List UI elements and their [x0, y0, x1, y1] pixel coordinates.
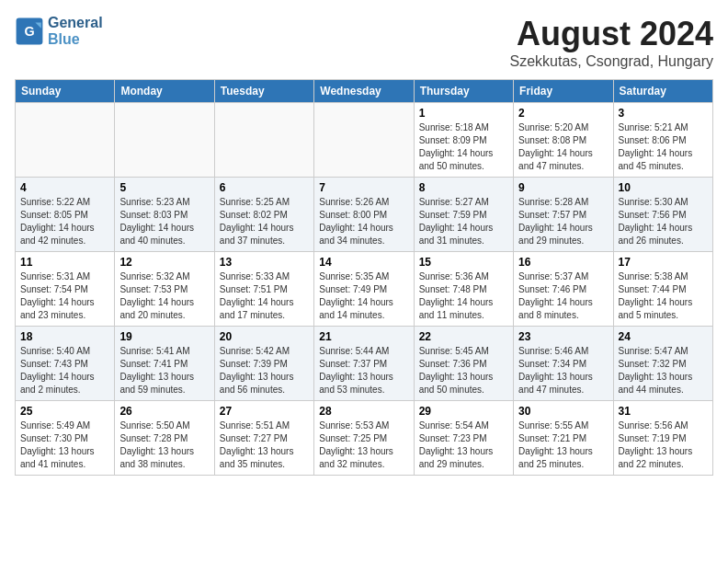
day-number: 9 — [518, 181, 608, 194]
day-info: Sunrise: 5:46 AM Sunset: 7:34 PM Dayligh… — [518, 345, 608, 396]
day-info: Sunrise: 5:31 AM Sunset: 7:54 PM Dayligh… — [20, 270, 109, 322]
day-number: 16 — [518, 256, 608, 269]
title-area: August 2024 Szekkutas, Csongrad, Hungary — [510, 15, 713, 70]
calendar-cell: 28Sunrise: 5:53 AM Sunset: 7:25 PM Dayli… — [314, 401, 414, 476]
day-info: Sunrise: 5:27 AM Sunset: 7:59 PM Dayligh… — [419, 196, 508, 247]
day-number: 18 — [20, 330, 109, 343]
day-header-wednesday: Wednesday — [314, 80, 414, 103]
day-number: 7 — [319, 181, 408, 194]
day-info: Sunrise: 5:21 AM Sunset: 8:06 PM Dayligh… — [619, 121, 708, 173]
day-info: Sunrise: 5:54 AM Sunset: 7:23 PM Dayligh… — [419, 419, 508, 471]
day-info: Sunrise: 5:45 AM Sunset: 7:36 PM Dayligh… — [419, 345, 508, 396]
day-info: Sunrise: 5:20 AM Sunset: 8:08 PM Dayligh… — [518, 121, 608, 173]
calendar-cell — [16, 103, 115, 178]
day-number: 22 — [419, 330, 508, 343]
day-number: 20 — [220, 330, 309, 343]
day-number: 28 — [319, 405, 408, 418]
calendar-cell: 9Sunrise: 5:28 AM Sunset: 7:57 PM Daylig… — [514, 178, 613, 252]
day-info: Sunrise: 5:23 AM Sunset: 8:03 PM Dayligh… — [119, 196, 209, 247]
calendar-cell: 15Sunrise: 5:36 AM Sunset: 7:48 PM Dayli… — [414, 252, 513, 327]
day-info: Sunrise: 5:35 AM Sunset: 7:49 PM Dayligh… — [319, 270, 408, 322]
day-info: Sunrise: 5:50 AM Sunset: 7:28 PM Dayligh… — [119, 419, 209, 471]
day-info: Sunrise: 5:42 AM Sunset: 7:39 PM Dayligh… — [220, 345, 309, 396]
day-number: 13 — [220, 256, 309, 269]
day-number: 1 — [419, 107, 508, 120]
day-info: Sunrise: 5:44 AM Sunset: 7:37 PM Dayligh… — [319, 345, 408, 396]
calendar-cell: 11Sunrise: 5:31 AM Sunset: 7:54 PM Dayli… — [16, 252, 115, 327]
calendar-cell: 23Sunrise: 5:46 AM Sunset: 7:34 PM Dayli… — [514, 327, 613, 401]
calendar-cell: 8Sunrise: 5:27 AM Sunset: 7:59 PM Daylig… — [414, 178, 513, 252]
logo-icon: G — [15, 17, 44, 46]
day-number: 6 — [220, 181, 309, 194]
day-number: 14 — [319, 256, 408, 269]
day-number: 2 — [518, 107, 608, 120]
day-info: Sunrise: 5:56 AM Sunset: 7:19 PM Dayligh… — [619, 419, 708, 471]
day-number: 21 — [319, 330, 408, 343]
day-info: Sunrise: 5:51 AM Sunset: 7:27 PM Dayligh… — [220, 419, 309, 471]
calendar-cell: 27Sunrise: 5:51 AM Sunset: 7:27 PM Dayli… — [214, 401, 313, 476]
calendar-cell: 16Sunrise: 5:37 AM Sunset: 7:46 PM Dayli… — [514, 252, 613, 327]
day-number: 31 — [619, 405, 708, 418]
page-header: G General Blue August 2024 Szekkutas, Cs… — [15, 15, 713, 70]
day-info: Sunrise: 5:47 AM Sunset: 7:32 PM Dayligh… — [619, 345, 708, 396]
day-number: 5 — [119, 181, 209, 194]
logo-text-blue: Blue — [48, 31, 103, 48]
calendar-cell: 21Sunrise: 5:44 AM Sunset: 7:37 PM Dayli… — [314, 327, 414, 401]
calendar-cell: 31Sunrise: 5:56 AM Sunset: 7:19 PM Dayli… — [613, 401, 712, 476]
day-number: 15 — [419, 256, 508, 269]
calendar-cell: 19Sunrise: 5:41 AM Sunset: 7:41 PM Dayli… — [115, 327, 214, 401]
day-info: Sunrise: 5:40 AM Sunset: 7:43 PM Dayligh… — [20, 345, 109, 396]
week-row-2: 4Sunrise: 5:22 AM Sunset: 8:05 PM Daylig… — [16, 178, 713, 252]
day-number: 19 — [119, 330, 209, 343]
calendar-cell: 7Sunrise: 5:26 AM Sunset: 8:00 PM Daylig… — [314, 178, 414, 252]
calendar-table: SundayMondayTuesdayWednesdayThursdayFrid… — [15, 79, 713, 476]
day-number: 25 — [20, 405, 109, 418]
day-info: Sunrise: 5:41 AM Sunset: 7:41 PM Dayligh… — [119, 345, 209, 396]
week-row-4: 18Sunrise: 5:40 AM Sunset: 7:43 PM Dayli… — [16, 327, 713, 401]
month-title: August 2024 — [510, 15, 713, 53]
calendar-cell: 18Sunrise: 5:40 AM Sunset: 7:43 PM Dayli… — [16, 327, 115, 401]
calendar-cell: 1Sunrise: 5:18 AM Sunset: 8:09 PM Daylig… — [414, 103, 513, 178]
day-info: Sunrise: 5:26 AM Sunset: 8:00 PM Dayligh… — [319, 196, 408, 247]
day-header-sunday: Sunday — [16, 80, 115, 103]
calendar-cell: 25Sunrise: 5:49 AM Sunset: 7:30 PM Dayli… — [16, 401, 115, 476]
day-number: 26 — [119, 405, 209, 418]
week-row-3: 11Sunrise: 5:31 AM Sunset: 7:54 PM Dayli… — [16, 252, 713, 327]
calendar-cell — [115, 103, 214, 178]
logo-text-general: General — [48, 15, 103, 31]
calendar-cell: 13Sunrise: 5:33 AM Sunset: 7:51 PM Dayli… — [214, 252, 313, 327]
week-row-5: 25Sunrise: 5:49 AM Sunset: 7:30 PM Dayli… — [16, 401, 713, 476]
calendar-cell: 12Sunrise: 5:32 AM Sunset: 7:53 PM Dayli… — [115, 252, 214, 327]
day-info: Sunrise: 5:49 AM Sunset: 7:30 PM Dayligh… — [20, 419, 109, 471]
day-number: 8 — [419, 181, 508, 194]
day-header-thursday: Thursday — [414, 80, 513, 103]
day-info: Sunrise: 5:55 AM Sunset: 7:21 PM Dayligh… — [518, 419, 608, 471]
day-header-tuesday: Tuesday — [214, 80, 313, 103]
svg-text:G: G — [24, 23, 34, 38]
day-number: 10 — [619, 181, 708, 194]
day-number: 30 — [518, 405, 608, 418]
calendar-cell: 17Sunrise: 5:38 AM Sunset: 7:44 PM Dayli… — [613, 252, 712, 327]
day-number: 3 — [619, 107, 708, 120]
day-info: Sunrise: 5:37 AM Sunset: 7:46 PM Dayligh… — [518, 270, 608, 322]
day-number: 11 — [20, 256, 109, 269]
calendar-cell: 24Sunrise: 5:47 AM Sunset: 7:32 PM Dayli… — [613, 327, 712, 401]
day-info: Sunrise: 5:22 AM Sunset: 8:05 PM Dayligh… — [20, 196, 109, 247]
calendar-cell: 2Sunrise: 5:20 AM Sunset: 8:08 PM Daylig… — [514, 103, 613, 178]
calendar-cell: 5Sunrise: 5:23 AM Sunset: 8:03 PM Daylig… — [115, 178, 214, 252]
calendar-cell: 20Sunrise: 5:42 AM Sunset: 7:39 PM Dayli… — [214, 327, 313, 401]
day-number: 12 — [119, 256, 209, 269]
day-info: Sunrise: 5:33 AM Sunset: 7:51 PM Dayligh… — [220, 270, 309, 322]
calendar-cell: 22Sunrise: 5:45 AM Sunset: 7:36 PM Dayli… — [414, 327, 513, 401]
day-info: Sunrise: 5:32 AM Sunset: 7:53 PM Dayligh… — [119, 270, 209, 322]
week-row-1: 1Sunrise: 5:18 AM Sunset: 8:09 PM Daylig… — [16, 103, 713, 178]
day-header-saturday: Saturday — [613, 80, 712, 103]
day-headers-row: SundayMondayTuesdayWednesdayThursdayFrid… — [16, 80, 713, 103]
day-number: 27 — [220, 405, 309, 418]
calendar-cell: 6Sunrise: 5:25 AM Sunset: 8:02 PM Daylig… — [214, 178, 313, 252]
day-number: 23 — [518, 330, 608, 343]
day-number: 24 — [619, 330, 708, 343]
day-info: Sunrise: 5:30 AM Sunset: 7:56 PM Dayligh… — [619, 196, 708, 247]
day-header-monday: Monday — [115, 80, 214, 103]
calendar-cell: 3Sunrise: 5:21 AM Sunset: 8:06 PM Daylig… — [613, 103, 712, 178]
